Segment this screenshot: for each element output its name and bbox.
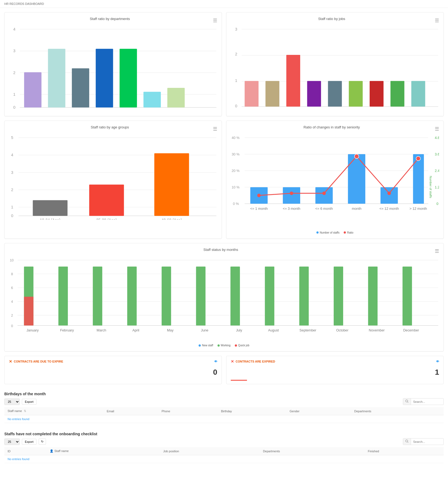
svg-text:July: July bbox=[236, 328, 242, 332]
svg-text:4.8: 4.8 bbox=[435, 136, 439, 140]
svg-rect-134 bbox=[162, 267, 171, 325]
status-chart-card: Staff status by months ☰ 10 8 6 4 2 0 Ja… bbox=[4, 243, 444, 351]
birthdays-per-page[interactable]: 25 50 100 bbox=[4, 398, 20, 405]
svg-point-112 bbox=[416, 157, 420, 161]
svg-rect-41 bbox=[266, 81, 279, 107]
onboarding-export-button[interactable]: Export bbox=[22, 439, 36, 445]
svg-text:18-24 (Age): 18-24 (Age) bbox=[40, 218, 60, 220]
onboarding-table: ID 👤 Staff name Job position Departments… bbox=[4, 447, 444, 463]
contracts-expired-header: ✕ CONTRACTS ARE EXPIRED 👁 bbox=[231, 359, 439, 364]
col-finished: Finished bbox=[365, 447, 444, 455]
contracts-expired-card: ✕ CONTRACTS ARE EXPIRED 👁 1 bbox=[226, 356, 444, 384]
svg-text:0: 0 bbox=[251, 110, 252, 111]
svg-text:0: 0 bbox=[436, 202, 438, 206]
expired-bar bbox=[231, 380, 247, 381]
dashboard-title: HR RECORDS DASHBOARD bbox=[4, 2, 44, 5]
svg-text:Coordinateur: Coordinateur bbox=[347, 110, 365, 111]
jobs-chart-menu[interactable]: ☰ bbox=[435, 18, 439, 24]
svg-rect-75 bbox=[89, 185, 124, 216]
svg-rect-97 bbox=[315, 187, 333, 204]
svg-text:2: 2 bbox=[13, 71, 15, 75]
svg-rect-43 bbox=[286, 55, 300, 107]
svg-text:1: 1 bbox=[13, 92, 15, 97]
eye-icon-expired[interactable]: 👁 bbox=[436, 360, 439, 363]
svg-text:0 %: 0 % bbox=[233, 202, 239, 206]
contracts-due-card: ✕ CONTRACTS ARE DUE TO EXPIRE 👁 0 bbox=[4, 356, 222, 384]
birthdays-export-button[interactable]: Export bbox=[22, 399, 36, 405]
svg-rect-58 bbox=[411, 81, 425, 107]
svg-text:40-60 (Age): 40-60 (Age) bbox=[161, 218, 182, 220]
age-bar-chart: 5 4 3 2 1 0 18-24 (Age) 25-29 (Age) bbox=[9, 132, 217, 219]
seniority-chart: 40 % 30 % 20 % 10 % 0 % 4.8 3.6 2.4 1.2 … bbox=[231, 132, 439, 228]
age-chart-menu[interactable]: ☰ bbox=[213, 126, 217, 132]
onboarding-per-page[interactable]: 25 50 100 bbox=[4, 438, 20, 445]
legend-working-label: Working bbox=[221, 344, 231, 347]
birthdays-table: Staff name ⇅ Email Phone Birthday Gender… bbox=[4, 407, 444, 423]
svg-rect-16 bbox=[72, 68, 89, 108]
svg-text:8: 8 bbox=[11, 272, 13, 276]
svg-text:<= 12 month: <= 12 month bbox=[379, 207, 399, 211]
col-gender: Gender bbox=[286, 407, 351, 415]
svg-text:Vice-: Vice- bbox=[394, 110, 401, 111]
svg-text:20 %: 20 % bbox=[232, 169, 239, 173]
dept-chart-title: Staff ratio by departments bbox=[9, 17, 211, 21]
svg-point-111 bbox=[387, 192, 391, 195]
birthdays-section: Birthdays of the month 25 50 100 Export … bbox=[4, 388, 444, 423]
svg-text:2: 2 bbox=[235, 52, 237, 56]
birthdays-table-header: Staff name ⇅ Email Phone Birthday Gender… bbox=[4, 407, 444, 415]
seniority-chart-card: Ratio of changes in staff by seniority ☰… bbox=[226, 121, 444, 238]
svg-text:> 12 month: > 12 month bbox=[410, 207, 427, 211]
onboarding-no-entries-row: No entries found bbox=[4, 455, 444, 463]
svg-rect-132 bbox=[127, 267, 137, 325]
onboarding-search-icon bbox=[403, 438, 411, 445]
eye-icon-due[interactable]: 👁 bbox=[214, 360, 217, 363]
legend-staff-label: Number of staffs bbox=[320, 231, 339, 234]
svg-rect-140 bbox=[265, 267, 274, 325]
birthdays-search-input[interactable] bbox=[411, 399, 443, 404]
age-chart-card: Staff ratio by age groups ☰ 5 4 3 2 1 0 … bbox=[4, 121, 222, 238]
sort-icon-staff-name[interactable]: ⇅ bbox=[24, 409, 26, 413]
svg-rect-146 bbox=[368, 267, 377, 325]
svg-rect-130 bbox=[93, 267, 102, 325]
svg-rect-45 bbox=[307, 81, 321, 107]
svg-rect-47 bbox=[328, 81, 342, 107]
svg-rect-126 bbox=[24, 297, 34, 325]
svg-text:<= 3 month: <= 3 month bbox=[283, 207, 300, 211]
onboarding-table-header: ID 👤 Staff name Job position Departments… bbox=[4, 447, 444, 455]
svg-rect-13 bbox=[48, 49, 65, 108]
svg-text:Directeur: Directeur bbox=[266, 110, 279, 111]
svg-text:3: 3 bbox=[11, 170, 13, 175]
onboarding-search-input[interactable] bbox=[411, 439, 443, 444]
dept-chart-card: Staff ratio by departments ☰ 4 3 2 1 0 bbox=[4, 12, 222, 116]
svg-text:4: 4 bbox=[11, 153, 13, 157]
jobs-chart-card: Staff ratio by jobs ☰ 3 2 1 0 0 Directeu… bbox=[226, 12, 444, 116]
age-chart-title: Staff ratio by age groups bbox=[9, 125, 211, 129]
status-chart-menu[interactable]: ☰ bbox=[435, 248, 439, 254]
birthdays-search-icon bbox=[403, 398, 411, 405]
seniority-legend: Number of staffs Ratio bbox=[231, 231, 439, 234]
svg-text:January: January bbox=[26, 328, 39, 332]
legend-working: Working bbox=[218, 344, 231, 347]
svg-text:40 %: 40 % bbox=[232, 136, 239, 140]
svg-text:4: 4 bbox=[11, 299, 13, 303]
onboarding-title: Staffs have not completed the onboarding… bbox=[4, 428, 444, 438]
col-onboarding-departments: Departments bbox=[260, 447, 365, 455]
legend-ratio: Ratio bbox=[344, 231, 353, 234]
dept-chart-menu[interactable]: ☰ bbox=[213, 18, 217, 24]
seniority-chart-menu[interactable]: ☰ bbox=[435, 126, 439, 132]
svg-text:0: 0 bbox=[13, 105, 15, 109]
col-phone: Phone bbox=[158, 407, 218, 415]
svg-text:February: February bbox=[60, 328, 74, 332]
onboarding-refresh-button[interactable]: ↻ bbox=[39, 438, 46, 445]
svg-point-150 bbox=[406, 400, 408, 402]
warning-x-icon: ✕ bbox=[9, 359, 12, 364]
birthdays-title: Birthdays of the month bbox=[4, 388, 444, 398]
svg-text:10: 10 bbox=[10, 258, 14, 262]
birthdays-no-entries: No entries found bbox=[8, 414, 29, 424]
svg-text:30 %: 30 % bbox=[232, 152, 239, 156]
svg-text:Adjointe: Adjointe bbox=[309, 110, 320, 111]
svg-rect-99 bbox=[380, 187, 398, 204]
svg-point-110 bbox=[355, 154, 359, 159]
svg-text:November: November bbox=[369, 328, 385, 332]
svg-text:1: 1 bbox=[235, 78, 237, 83]
